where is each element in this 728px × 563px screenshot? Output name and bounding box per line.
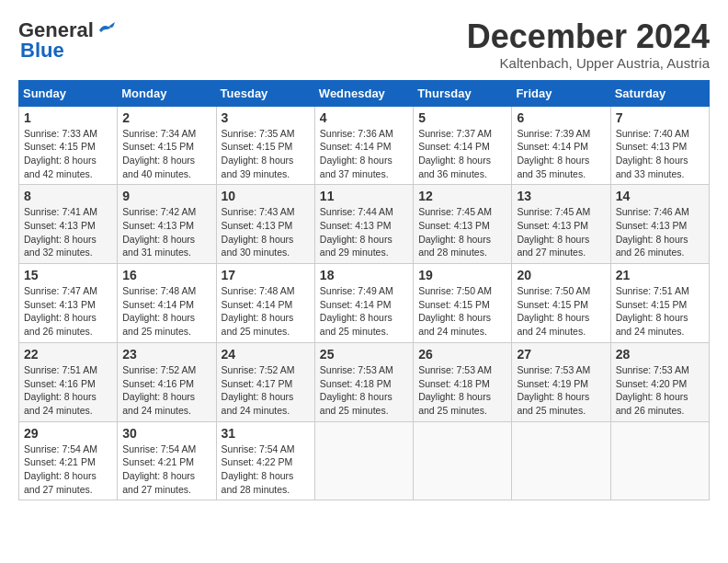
week-row-5: 29 Sunrise: 7:54 AM Sunset: 4:21 PM Dayl… bbox=[19, 421, 710, 500]
day-number: 30 bbox=[122, 426, 210, 441]
day-info: Sunrise: 7:36 AM Sunset: 4:14 PM Dayligh… bbox=[320, 127, 408, 181]
week-row-1: 1 Sunrise: 7:33 AM Sunset: 4:15 PM Dayli… bbox=[19, 106, 710, 185]
weekday-header-friday: Friday bbox=[512, 80, 610, 106]
weekday-header-sunday: Sunday bbox=[19, 80, 118, 106]
calendar-cell: 11 Sunrise: 7:44 AM Sunset: 4:13 PM Dayl… bbox=[314, 185, 413, 264]
calendar-cell: 10 Sunrise: 7:43 AM Sunset: 4:13 PM Dayl… bbox=[216, 185, 314, 264]
calendar-cell: 26 Sunrise: 7:53 AM Sunset: 4:18 PM Dayl… bbox=[414, 342, 512, 421]
calendar-cell: 12 Sunrise: 7:45 AM Sunset: 4:13 PM Dayl… bbox=[414, 185, 512, 264]
calendar-cell bbox=[314, 421, 413, 500]
day-number: 16 bbox=[122, 268, 210, 282]
day-info: Sunrise: 7:50 AM Sunset: 4:15 PM Dayligh… bbox=[418, 284, 506, 339]
day-info: Sunrise: 7:54 AM Sunset: 4:22 PM Dayligh… bbox=[222, 442, 310, 497]
day-info: Sunrise: 7:50 AM Sunset: 4:15 PM Dayligh… bbox=[517, 284, 605, 339]
logo-bird-icon bbox=[96, 22, 116, 39]
month-title: December 2024 bbox=[467, 18, 710, 55]
day-info: Sunrise: 7:51 AM Sunset: 4:16 PM Dayligh… bbox=[24, 363, 112, 418]
day-info: Sunrise: 7:48 AM Sunset: 4:14 PM Dayligh… bbox=[222, 284, 310, 339]
calendar-cell: 14 Sunrise: 7:46 AM Sunset: 4:13 PM Dayl… bbox=[610, 185, 709, 264]
calendar-cell: 31 Sunrise: 7:54 AM Sunset: 4:22 PM Dayl… bbox=[216, 421, 314, 500]
calendar-cell bbox=[610, 421, 709, 500]
logo-blue: Blue bbox=[20, 39, 64, 63]
day-info: Sunrise: 7:52 AM Sunset: 4:17 PM Dayligh… bbox=[222, 363, 310, 418]
day-number: 25 bbox=[320, 347, 408, 362]
week-row-2: 8 Sunrise: 7:41 AM Sunset: 4:13 PM Dayli… bbox=[19, 185, 710, 264]
page-header: General Blue December 2024 Kaltenbach, U… bbox=[18, 18, 710, 71]
calendar-cell: 15 Sunrise: 7:47 AM Sunset: 4:13 PM Dayl… bbox=[19, 264, 118, 343]
day-number: 31 bbox=[222, 426, 310, 441]
day-info: Sunrise: 7:52 AM Sunset: 4:16 PM Dayligh… bbox=[122, 363, 210, 418]
day-info: Sunrise: 7:53 AM Sunset: 4:18 PM Dayligh… bbox=[320, 363, 408, 418]
day-info: Sunrise: 7:51 AM Sunset: 4:15 PM Dayligh… bbox=[616, 284, 704, 339]
day-number: 6 bbox=[517, 110, 605, 125]
day-info: Sunrise: 7:45 AM Sunset: 4:13 PM Dayligh… bbox=[517, 205, 605, 259]
day-number: 3 bbox=[222, 110, 310, 125]
day-info: Sunrise: 7:42 AM Sunset: 4:13 PM Dayligh… bbox=[122, 205, 210, 259]
weekday-header-thursday: Thursday bbox=[414, 80, 512, 106]
weekday-header-tuesday: Tuesday bbox=[216, 80, 314, 106]
day-number: 28 bbox=[616, 347, 704, 362]
day-number: 5 bbox=[418, 110, 506, 125]
calendar-cell: 6 Sunrise: 7:39 AM Sunset: 4:14 PM Dayli… bbox=[512, 106, 610, 185]
weekday-header-row: SundayMondayTuesdayWednesdayThursdayFrid… bbox=[19, 80, 710, 106]
day-info: Sunrise: 7:54 AM Sunset: 4:21 PM Dayligh… bbox=[24, 442, 112, 497]
calendar-cell: 8 Sunrise: 7:41 AM Sunset: 4:13 PM Dayli… bbox=[19, 185, 118, 264]
day-number: 29 bbox=[24, 426, 112, 441]
calendar-cell: 25 Sunrise: 7:53 AM Sunset: 4:18 PM Dayl… bbox=[314, 342, 413, 421]
calendar-cell: 3 Sunrise: 7:35 AM Sunset: 4:15 PM Dayli… bbox=[216, 106, 314, 185]
calendar-cell: 1 Sunrise: 7:33 AM Sunset: 4:15 PM Dayli… bbox=[19, 106, 118, 185]
calendar-cell: 7 Sunrise: 7:40 AM Sunset: 4:13 PM Dayli… bbox=[610, 106, 709, 185]
calendar-cell: 21 Sunrise: 7:51 AM Sunset: 4:15 PM Dayl… bbox=[610, 264, 709, 343]
calendar-cell: 13 Sunrise: 7:45 AM Sunset: 4:13 PM Dayl… bbox=[512, 185, 610, 264]
calendar-cell: 28 Sunrise: 7:53 AM Sunset: 4:20 PM Dayl… bbox=[610, 342, 709, 421]
day-number: 11 bbox=[320, 189, 408, 203]
day-info: Sunrise: 7:49 AM Sunset: 4:14 PM Dayligh… bbox=[320, 284, 408, 339]
day-info: Sunrise: 7:48 AM Sunset: 4:14 PM Dayligh… bbox=[122, 284, 210, 339]
calendar-cell: 24 Sunrise: 7:52 AM Sunset: 4:17 PM Dayl… bbox=[216, 342, 314, 421]
day-info: Sunrise: 7:39 AM Sunset: 4:14 PM Dayligh… bbox=[517, 127, 605, 181]
weekday-header-wednesday: Wednesday bbox=[314, 80, 413, 106]
day-number: 20 bbox=[517, 268, 605, 282]
calendar-cell: 2 Sunrise: 7:34 AM Sunset: 4:15 PM Dayli… bbox=[118, 106, 216, 185]
day-number: 7 bbox=[616, 110, 704, 125]
calendar-cell: 23 Sunrise: 7:52 AM Sunset: 4:16 PM Dayl… bbox=[118, 342, 216, 421]
day-number: 24 bbox=[222, 347, 310, 362]
day-number: 10 bbox=[222, 189, 310, 203]
day-number: 15 bbox=[24, 268, 112, 282]
calendar-cell: 30 Sunrise: 7:54 AM Sunset: 4:21 PM Dayl… bbox=[118, 421, 216, 500]
calendar-cell: 9 Sunrise: 7:42 AM Sunset: 4:13 PM Dayli… bbox=[118, 185, 216, 264]
day-info: Sunrise: 7:33 AM Sunset: 4:15 PM Dayligh… bbox=[24, 127, 112, 181]
day-info: Sunrise: 7:44 AM Sunset: 4:13 PM Dayligh… bbox=[320, 205, 408, 259]
day-number: 27 bbox=[517, 347, 605, 362]
title-block: December 2024 Kaltenbach, Upper Austria,… bbox=[467, 18, 710, 71]
day-info: Sunrise: 7:45 AM Sunset: 4:13 PM Dayligh… bbox=[418, 205, 506, 259]
day-info: Sunrise: 7:54 AM Sunset: 4:21 PM Dayligh… bbox=[122, 442, 210, 497]
day-number: 8 bbox=[24, 189, 112, 203]
calendar-cell: 22 Sunrise: 7:51 AM Sunset: 4:16 PM Dayl… bbox=[19, 342, 118, 421]
day-number: 23 bbox=[122, 347, 210, 362]
day-number: 4 bbox=[320, 110, 408, 125]
calendar-cell bbox=[512, 421, 610, 500]
week-row-4: 22 Sunrise: 7:51 AM Sunset: 4:16 PM Dayl… bbox=[19, 342, 710, 421]
day-number: 1 bbox=[24, 110, 112, 125]
calendar-table: SundayMondayTuesdayWednesdayThursdayFrid… bbox=[18, 80, 710, 501]
day-number: 18 bbox=[320, 268, 408, 282]
day-info: Sunrise: 7:47 AM Sunset: 4:13 PM Dayligh… bbox=[24, 284, 112, 339]
weekday-header-saturday: Saturday bbox=[610, 80, 709, 106]
day-info: Sunrise: 7:40 AM Sunset: 4:13 PM Dayligh… bbox=[616, 127, 704, 181]
calendar-cell: 4 Sunrise: 7:36 AM Sunset: 4:14 PM Dayli… bbox=[314, 106, 413, 185]
day-number: 2 bbox=[122, 110, 210, 125]
location: Kaltenbach, Upper Austria, Austria bbox=[467, 55, 710, 71]
day-info: Sunrise: 7:35 AM Sunset: 4:15 PM Dayligh… bbox=[222, 127, 310, 181]
day-number: 13 bbox=[517, 189, 605, 203]
day-number: 17 bbox=[222, 268, 310, 282]
calendar-cell bbox=[414, 421, 512, 500]
day-number: 21 bbox=[616, 268, 704, 282]
day-info: Sunrise: 7:34 AM Sunset: 4:15 PM Dayligh… bbox=[122, 127, 210, 181]
day-number: 9 bbox=[122, 189, 210, 203]
week-row-3: 15 Sunrise: 7:47 AM Sunset: 4:13 PM Dayl… bbox=[19, 264, 710, 343]
day-number: 26 bbox=[418, 347, 506, 362]
calendar-cell: 16 Sunrise: 7:48 AM Sunset: 4:14 PM Dayl… bbox=[118, 264, 216, 343]
day-number: 12 bbox=[418, 189, 506, 203]
day-info: Sunrise: 7:41 AM Sunset: 4:13 PM Dayligh… bbox=[24, 205, 112, 259]
